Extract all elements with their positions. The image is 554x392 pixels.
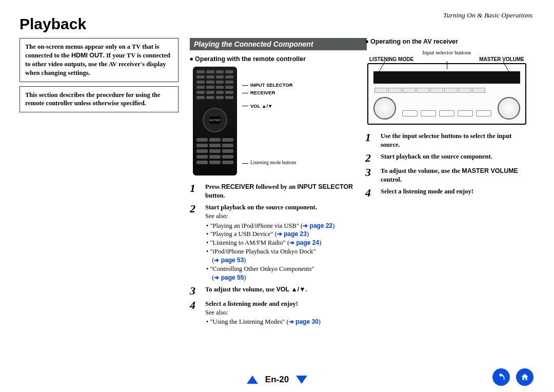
step-number: 2 [365,152,375,164]
page-link-23[interactable]: ➔ page 23 [277,230,307,238]
step-3: 3 To adjust the volume, use VOL ▲/▼. [190,285,354,297]
step-2: 2 Start playback on the source component… [190,203,354,282]
steps-receiver: 1 Use the input selector buttons to sele… [365,132,529,199]
remote-diagram: ENTER INPUT SELECTOR RECEIVER VOL ▲/▼ Li… [193,67,354,175]
master-volume-knob-icon [498,97,520,120]
step-number: 1 [190,183,200,200]
t: ) [244,257,246,264]
step-4: 4 Select a listening mode and enjoy! See… [190,300,354,327]
step-2: 2 Start playback on the source component… [365,152,529,164]
step-3: 3 To adjust the volume, use the MASTER V… [365,167,529,184]
label-master-volume: MASTER VOLUME [479,56,524,62]
page-link-30[interactable]: ➔ page 30 [289,318,319,325]
listening-mode-knob-icon [373,97,396,120]
callout-vol: VOL ▲/▼ [243,103,296,109]
t: page 24 [296,239,320,246]
step-1: 1 Use the input selector buttons to sele… [365,132,529,149]
t: "Using the Listening Modes" ( [210,318,289,325]
remote-callouts: INPUT SELECTOR RECEIVER VOL ▲/▼ Listenin… [243,67,296,175]
step3-lead: To adjust the volume, use VOL ▲/▼. [205,286,307,293]
t: . [306,286,307,293]
step2-lead: Start playback on the source component. [205,204,317,211]
t: page 23 [284,230,307,238]
t: page 22 [310,222,333,229]
t: ) [319,239,321,246]
rstep3-lead: To adjust the volume, use the MASTER VOL… [381,167,518,183]
t: INPUT SELECTOR [297,183,353,190]
step-number: 4 [365,187,375,199]
t: "Playing a USB Device" ( [210,230,277,238]
page-footer: En-20 [0,375,554,385]
callout-input-selector: INPUT SELECTOR [243,82,296,88]
subhead-receiver: Operating on the AV receiver [365,38,529,45]
label-listening-mode: LISTENING MODE [369,56,413,62]
breadcrumb: Turning On & Basic Operations [443,11,532,19]
next-page-button[interactable] [296,376,307,384]
rstep1-lead: Use the input selector buttons to select… [381,132,511,148]
xref-item: "Listening to AM/FM Radio" (➔ page 24) [206,239,354,247]
t: button. [205,192,225,199]
t: "Controlling Other Onkyo Components" [210,265,314,272]
home-icon [520,373,529,382]
column-right: Operating on the AV receiver Input selec… [365,38,529,329]
t: ) [307,230,309,238]
step-number: 2 [190,203,200,282]
receiver-caption: Input selector buttons [367,49,526,55]
t: followed by an [254,183,297,190]
t: ) [319,318,321,325]
xref-item: "iPod/iPhone Playback via Onkyo Dock" (➔… [206,247,354,265]
t: "Playing an iPod/iPhone via USB" ( [210,222,303,229]
xref-item: "Playing a USB Device" (➔ page 23) [206,230,354,239]
xref-item: "Playing an iPod/iPhone via USB" (➔ page… [206,222,354,230]
rstep4-lead: Select a listening mode and enjoy! [381,188,473,195]
page-link-22[interactable]: ➔ page 22 [303,222,332,229]
step-number: 3 [365,167,375,184]
see-also: See also: [205,309,228,316]
back-button[interactable] [492,368,510,386]
undo-icon [496,372,506,382]
see-also: See also: [205,212,228,220]
t: "iPod/iPhone Playback via Onkyo Dock" [210,248,316,255]
page-number: En-20 [265,375,289,385]
t: MASTER VOLUME [462,167,518,174]
page-link-53[interactable]: ➔ page 53 [214,257,244,264]
callout-listening-mode: Listening mode buttons [243,160,296,166]
t: ) [332,222,334,229]
t: ) [244,274,246,281]
home-button[interactable] [516,368,533,386]
step-number: 3 [190,285,200,297]
step1-lead: Press RECEIVER followed by an INPUT SELE… [205,183,353,199]
subhead-remote: Operating with the remote controller [190,55,354,63]
xref-item: "Controlling Other Onkyo Components" (➔ … [206,265,354,282]
receiver-diagram: Input selector buttons LISTENING MODE MA… [367,49,526,125]
steps-remote: 1 Press RECEIVER followed by an INPUT SE… [190,183,354,326]
t: "Listening to AM/FM Radio" ( [210,239,290,246]
rstep2-lead: Start playback on the source component. [381,153,492,160]
t: page 30 [295,318,319,325]
note1-hdmi: HDMI OUT [71,52,103,59]
remote-body-icon: ENTER [193,67,237,175]
page-link-24[interactable]: ➔ page 24 [289,239,319,246]
t: control. [381,176,402,183]
t: To adjust the volume, use [205,286,276,293]
callout-receiver: RECEIVER [243,90,296,95]
step-number: 4 [190,300,200,327]
t: VOL ▲/▼ [276,286,305,293]
column-left: The on-screen menus appear only on a TV … [19,38,179,329]
section-banner: Playing the Connected Component [190,38,367,50]
note-remote: This section describes the procedure for… [19,86,179,113]
t: Press [205,183,221,190]
column-middle: Playing the Connected Component Operatin… [190,38,354,329]
remote-enter-button: ENTER [209,116,221,124]
step-number: 1 [365,132,375,149]
receiver-body-icon [367,63,526,125]
t: RECEIVER [221,183,254,190]
page-link-55[interactable]: ➔ page 55 [214,274,244,281]
t: page 55 [221,274,244,281]
xref-item: "Using the Listening Modes" (➔ page 30) [206,318,354,326]
t: page 53 [221,257,244,264]
note-hdmi: The on-screen menus appear only on a TV … [19,38,179,82]
step4-lead: Select a listening mode and enjoy! [205,300,298,307]
prev-page-button[interactable] [247,376,258,384]
step-4: 4 Select a listening mode and enjoy! [365,187,529,199]
